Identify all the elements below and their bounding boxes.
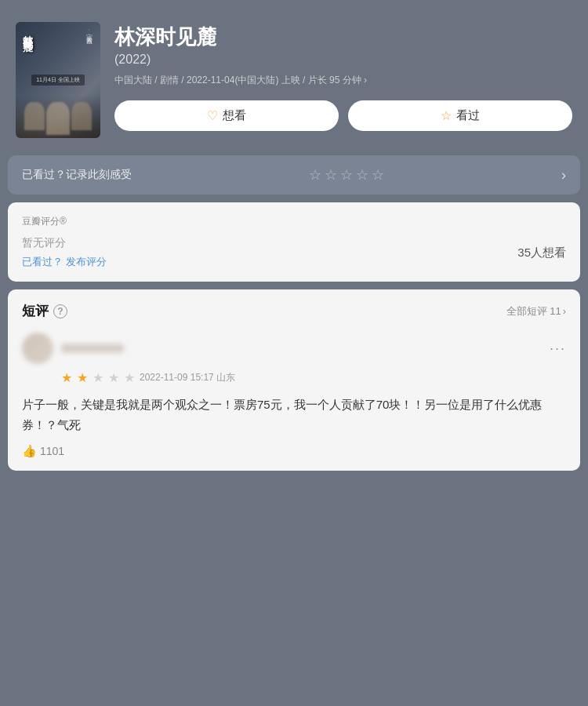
poster-title: 林深时见麓	[20, 27, 34, 35]
all-reviews-arrow-icon: ›	[563, 305, 566, 317]
star-5-icon: ☆	[372, 166, 384, 184]
review-date: 2022-11-09 15:17 山东	[140, 371, 235, 384]
star-4-icon: ☆	[356, 166, 368, 184]
user-name-blurred	[61, 344, 124, 353]
no-score-text: 暂无评分	[22, 236, 107, 250]
score-section: 豆瓣评分® 暂无评分 已看过？ 发布评分 35人想看	[8, 202, 580, 282]
review-stars-row: ★ ★ ★ ★ ★ 2022-11-09 15:17 山东	[61, 370, 566, 385]
meta-arrow-icon: ›	[364, 75, 367, 86]
review-star-5-icon: ★	[124, 370, 135, 385]
avatar	[22, 333, 53, 364]
section-title: 短评 ?	[22, 302, 67, 320]
review-likes-row: 👍 1101	[22, 444, 566, 458]
want-label: 想看	[223, 108, 246, 123]
short-reviews-title: 短评	[22, 302, 49, 320]
rating-row-text: 已看过？记录此刻感受	[22, 168, 132, 182]
star-2-icon: ☆	[325, 166, 337, 184]
stars-row: ☆ ☆ ☆ ☆ ☆	[309, 166, 384, 184]
short-reviews-section: 短评 ? 全部短评 11 › ··· ★ ★ ★ ★ ★ 2022-11-09 …	[8, 289, 580, 471]
all-reviews-link[interactable]: 全部短评 11 ›	[506, 304, 566, 318]
review-more-button[interactable]: ···	[550, 340, 566, 357]
review-star-1-icon: ★	[61, 370, 72, 385]
review-item: ··· ★ ★ ★ ★ ★ 2022-11-09 15:17 山东 片子一般，关…	[22, 333, 566, 458]
section-header: 短评 ? 全部短评 11 ›	[22, 302, 566, 320]
review-content: 片子一般，关键是我就是两个观众之一！票房75元，我一个人贡献了70块！！另一位是…	[22, 395, 566, 435]
seen-label: 看过	[456, 108, 480, 123]
score-content: 暂无评分 已看过？ 发布评分 35人想看	[22, 236, 566, 269]
help-icon[interactable]: ?	[53, 304, 67, 318]
movie-info: 林深时见麓 (2022) 中国大陆 / 剧情 / 2022-11-04(中国大陆…	[114, 22, 572, 131]
review-star-2-icon: ★	[77, 370, 88, 385]
douban-label: 豆瓣评分®	[22, 215, 566, 228]
star-icon: ☆	[441, 108, 452, 123]
rating-record-row[interactable]: 已看过？记录此刻感受 ☆ ☆ ☆ ☆ ☆ ›	[8, 155, 580, 195]
page-background: 守·素云照云 林深时见麓 11月4日 全国上映	[0, 0, 588, 706]
thumbs-up-icon[interactable]: 👍	[22, 444, 37, 458]
movie-poster: 守·素云照云 林深时见麓 11月4日 全国上映	[16, 22, 100, 138]
review-user-row: ···	[22, 333, 566, 364]
review-star-3-icon: ★	[93, 370, 103, 385]
publish-score-link[interactable]: 已看过？ 发布评分	[22, 255, 107, 269]
seen-button[interactable]: ☆ 看过	[348, 100, 572, 131]
want-to-watch-button[interactable]: ♡ 想看	[114, 100, 339, 131]
review-star-4-icon: ★	[108, 370, 119, 385]
rating-row-arrow-icon: ›	[561, 167, 566, 184]
like-count: 1101	[40, 445, 64, 457]
heart-icon: ♡	[207, 108, 218, 123]
star-1-icon: ☆	[309, 166, 321, 184]
poster-date-banner: 11月4日 全国上映	[31, 75, 85, 86]
movie-header: 守·素云照云 林深时见麓 11月4日 全国上映	[0, 0, 588, 155]
star-3-icon: ☆	[340, 166, 353, 184]
action-buttons: ♡ 想看 ☆ 看过	[114, 100, 572, 131]
score-left: 暂无评分 已看过？ 发布评分	[22, 236, 107, 269]
movie-title: 林深时见麓	[114, 25, 572, 49]
want-count: 35人想看	[517, 246, 566, 260]
movie-year: (2022)	[114, 53, 572, 67]
movie-meta: 中国大陆 / 剧情 / 2022-11-04(中国大陆) 上映 / 片长 95 …	[114, 73, 572, 88]
